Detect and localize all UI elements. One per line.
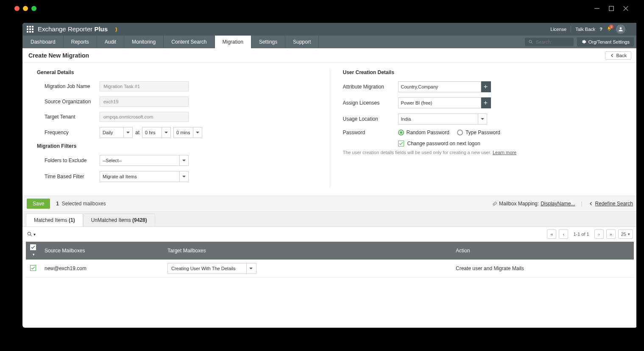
window-traffic-lights	[14, 6, 36, 11]
app-header: Exchange Reporter Plus License Talk Back…	[22, 23, 636, 36]
search-input[interactable]	[536, 39, 566, 44]
radio-type-password[interactable]: Type Password	[457, 130, 500, 135]
form-col-left: General Details Migration Job Name Migra…	[33, 69, 330, 187]
mins-select[interactable]: 0 mins	[173, 127, 202, 138]
license-link[interactable]: License	[550, 27, 566, 32]
tab-migration[interactable]: Migration	[215, 36, 251, 48]
help-icon[interactable]: ?	[599, 27, 602, 32]
back-button[interactable]: Back	[605, 51, 631, 60]
tab-settings[interactable]: Settings	[251, 36, 285, 48]
attr-migration-value: Country,Company	[401, 84, 438, 89]
assign-licenses-select[interactable]: Power BI (free)	[398, 97, 481, 108]
notification-bell-icon[interactable]: 2	[607, 26, 612, 32]
table-search-icon[interactable]	[27, 231, 33, 237]
radio-type-label: Type Password	[466, 130, 500, 135]
os-minimize-icon[interactable]	[593, 5, 601, 12]
search-icon	[528, 39, 533, 44]
header-checkbox-cell: ▾	[26, 242, 40, 260]
selected-count-label: Selected mailboxes	[62, 201, 106, 207]
select-all-checkbox[interactable]	[30, 244, 36, 250]
usage-location-select[interactable]: India	[398, 113, 487, 124]
form-col-right: User Creation Details Attribute Migratio…	[330, 69, 627, 187]
migration-filters-title: Migration Filters	[37, 143, 317, 149]
brand-swoosh-icon	[110, 26, 117, 33]
matched-count: (1)	[69, 217, 75, 223]
attr-add-button[interactable]: +	[481, 81, 491, 92]
col-source-mailboxes[interactable]: Source Mailboxes	[40, 242, 163, 260]
page-size-select[interactable]: 25▾	[618, 229, 633, 239]
source-org-label: Source Organization	[45, 99, 100, 105]
field-frequency: Frequency Daily at 0 hrs 0 mins	[45, 127, 317, 138]
chevron-down-icon	[164, 130, 168, 135]
save-button[interactable]: Save	[27, 199, 50, 209]
redefine-search-label: Redefine Search	[595, 201, 633, 207]
target-mailbox-value: Creating User With The Details	[171, 266, 235, 271]
mailbox-mapping-value[interactable]: DisplayName...	[541, 201, 575, 207]
user-menu-chevron-icon[interactable]	[630, 27, 633, 32]
field-attribute-migration: Attribute Migration Country,Company +	[343, 81, 623, 92]
chevron-left-icon	[588, 201, 594, 206]
tab-audit[interactable]: Audit	[97, 36, 124, 48]
tab-matched-items[interactable]: Matched Items (1)	[26, 213, 83, 227]
page-prev-button[interactable]: ‹	[559, 229, 568, 239]
user-avatar-icon[interactable]	[616, 25, 625, 34]
license-add-button[interactable]: +	[481, 97, 491, 108]
tab-monitoring[interactable]: Monitoring	[124, 36, 164, 48]
chevron-down-icon	[249, 266, 253, 271]
field-change-password: Change password on next logon	[398, 141, 623, 146]
page-next-button[interactable]: ›	[594, 229, 604, 239]
os-close-icon[interactable]	[622, 5, 630, 12]
unmatched-label: UnMatched Items	[91, 217, 132, 223]
svg-rect-0	[609, 6, 614, 11]
frequency-select[interactable]: Daily	[100, 127, 133, 138]
table-search-dropdown-icon[interactable]: ▾	[33, 232, 36, 237]
col-action[interactable]: Action	[452, 242, 634, 260]
tab-reports[interactable]: Reports	[64, 36, 97, 48]
tab-unmatched-items[interactable]: UnMatched Items (9428)	[83, 213, 155, 227]
radio-random-password[interactable]: Random Password	[398, 130, 449, 135]
maximize-window-icon[interactable]	[31, 6, 36, 11]
folders-exclude-select[interactable]: --Select--	[100, 155, 189, 166]
time-filter-select[interactable]: Migrate all Items	[100, 171, 189, 182]
select-all-dropdown-icon[interactable]: ▾	[33, 252, 35, 257]
table-header-row: ▾ Source Mailboxes Target Mailboxes Acti…	[26, 242, 634, 260]
time-filter-value: Migrate all Items	[103, 174, 137, 179]
window-controls-right	[593, 5, 630, 12]
header-right: License Talk Back ? 2	[550, 25, 633, 34]
os-restore-icon[interactable]	[608, 5, 615, 12]
change-pwd-checkbox[interactable]	[398, 141, 404, 146]
tab-support[interactable]: Support	[285, 36, 319, 48]
target-mailbox-select[interactable]: Creating User With The Details	[167, 263, 256, 274]
radio-random-label: Random Password	[407, 130, 449, 135]
app-menu-icon[interactable]	[27, 26, 33, 33]
redefine-search[interactable]: Redefine Search	[588, 201, 633, 207]
learn-more-link[interactable]: Learn more	[493, 150, 516, 155]
attr-migration-select[interactable]: Country,Company	[398, 81, 481, 92]
talk-back-link[interactable]: Talk Back	[575, 27, 595, 32]
mins-value: 0 mins	[176, 130, 190, 135]
target-tenant-label: Target Tenant	[45, 114, 100, 120]
radio-dot-icon	[457, 130, 463, 135]
row-checkbox[interactable]	[30, 265, 36, 271]
tab-dashboard[interactable]: Dashboard	[22, 36, 64, 48]
minimize-window-icon[interactable]	[23, 6, 28, 11]
global-search[interactable]	[525, 38, 574, 46]
close-window-icon[interactable]	[14, 6, 20, 11]
page-last-button[interactable]: »	[606, 229, 616, 239]
link-icon	[492, 201, 497, 206]
page-title: Create New Migration	[28, 52, 89, 59]
app-container: Exchange Reporter Plus License Talk Back…	[22, 23, 636, 328]
tab-content-search[interactable]: Content Search	[164, 36, 215, 48]
hours-select[interactable]: 0 hrs	[142, 127, 171, 138]
save-bar-right: Mailbox Mapping:DisplayName... | Redefin…	[492, 201, 633, 207]
page-first-button[interactable]: «	[547, 229, 556, 239]
frequency-label: Frequency	[45, 130, 100, 135]
col-target-mailboxes[interactable]: Target Mailboxes	[163, 242, 452, 260]
target-tenant-value: ompqa.onmicrosoft.com	[100, 112, 189, 122]
attr-migration-label: Attribute Migration	[343, 84, 398, 90]
field-target-tenant: Target Tenant ompqa.onmicrosoft.com	[45, 112, 317, 122]
pagination: « ‹ 1-1 of 1 › » 25▾	[547, 229, 633, 239]
usage-location-value: India	[401, 116, 411, 122]
cell-source-mailbox: new@exch19.com	[40, 260, 163, 278]
org-tenant-settings-button[interactable]: Org/Tenant Settings	[577, 37, 634, 47]
